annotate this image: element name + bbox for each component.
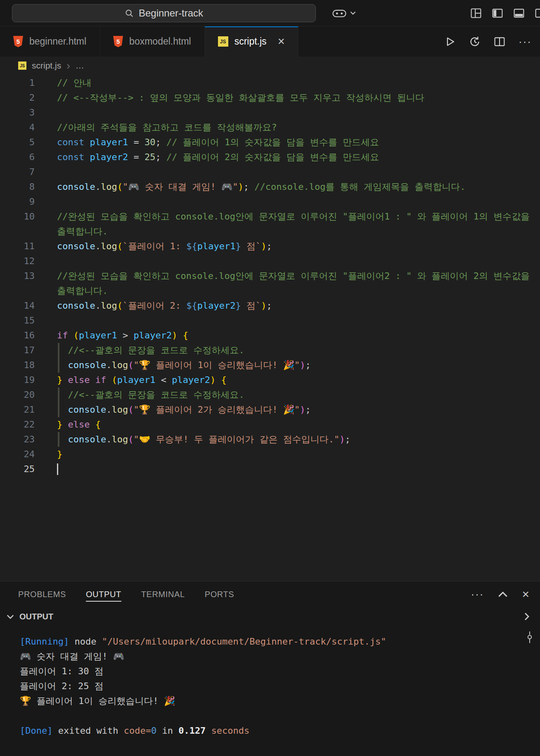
line-number: 19	[0, 373, 35, 387]
code-line-content: } else if (player1 < player2) {	[57, 373, 227, 387]
code-line: 25	[0, 462, 540, 477]
customize-layout-icon[interactable]	[470, 7, 482, 19]
code-token	[62, 419, 68, 430]
code-token: 출력합니다.	[57, 286, 108, 296]
line-number: 8	[0, 180, 35, 194]
code-line: 21 console.log("🏆 플레이어 2가 승리했습니다! 🎉");	[0, 402, 540, 417]
code-token: }	[235, 241, 241, 251]
code-line: 6const player2 = 25; // 플레이어 2의 숫자값을 담을 …	[0, 150, 540, 165]
code-token: ;	[306, 404, 311, 415]
split-editor-icon[interactable]	[494, 36, 505, 47]
tab-beginner-html[interactable]: 5beginner.html	[0, 26, 100, 57]
line-number	[0, 224, 35, 239]
output-line: 플레이어 1: 30 점	[20, 664, 540, 679]
panel-tab-terminal[interactable]: TERMINAL	[141, 581, 185, 607]
panel-close-icon[interactable]: ×	[522, 588, 529, 600]
line-number: 25	[0, 462, 35, 477]
line-number: 9	[0, 194, 35, 209]
line-number: 11	[0, 239, 35, 254]
code-line-content: //완성된 모습을 확인하고 console.log안에 문자열로 이루어진 "…	[57, 209, 530, 224]
output-section-header[interactable]: OUTPUT	[0, 607, 540, 626]
line-number: 20	[0, 387, 35, 402]
code-line-content: }	[57, 447, 62, 462]
panel-tab-ports[interactable]: PORTS	[205, 581, 234, 607]
output-line	[20, 709, 540, 723]
code-token: ${	[186, 241, 197, 251]
line-number: 14	[0, 298, 35, 313]
command-center-search[interactable]: Beginner-track	[12, 4, 316, 22]
code-token: 30	[144, 137, 156, 147]
panel-tab-problems[interactable]: PROBLEMS	[18, 581, 66, 607]
tab-script-js[interactable]: JSscript.js×	[205, 26, 298, 57]
breadcrumb[interactable]: JS script.js › …	[0, 57, 540, 75]
code-token: ;	[266, 241, 272, 251]
output-line: [Running] node "/Users/miloupark/documen…	[20, 634, 540, 649]
code-token: player1	[79, 330, 117, 340]
code-token: 25	[144, 152, 156, 162]
code-line-content: 출력합니다.	[57, 284, 108, 298]
panel-tab-output[interactable]: OUTPUT	[86, 581, 121, 607]
code-line: 7	[0, 165, 540, 180]
output-content[interactable]: [Running] node "/Users/miloupark/documen…	[0, 626, 540, 756]
code-line: 15	[0, 313, 540, 328]
code-token: else if	[68, 375, 112, 385]
code-token: "🎮 숫자 대결 게임! 🎮"	[123, 182, 238, 192]
output-token: 🏆 플레이어 1이 승리했습니다! 🎉	[20, 696, 175, 706]
timeline-history-icon[interactable]	[469, 36, 481, 47]
code-line-content: console.log("🤝 무승부! 두 플레이어가 같은 점수입니다.");	[57, 432, 351, 447]
code-area[interactable]: 1// 안내2// <--작성부--> : 옆의 모양과 동일한 화살괄호를 모…	[0, 75, 540, 581]
code-token: // 안내	[57, 78, 92, 88]
code-token: console	[57, 300, 95, 311]
code-line-content: console.log(`플레이어 2: ${player2} 점`);	[57, 298, 272, 313]
indent-guide	[58, 432, 59, 447]
code-token: .	[95, 241, 101, 251]
chevron-down-icon	[7, 614, 14, 619]
code-token: (	[128, 434, 133, 444]
copilot-menu[interactable]	[332, 8, 356, 18]
output-token: in	[156, 725, 178, 736]
tab-label: beginner.html	[29, 36, 86, 47]
code-line: 출력합니다.	[0, 284, 540, 298]
code-token: .	[95, 300, 101, 311]
code-token: player2	[172, 375, 210, 385]
chevron-right-icon[interactable]	[524, 612, 529, 621]
code-token: console	[68, 360, 107, 370]
code-line-content: } else {	[57, 417, 101, 432]
scroll-lock-icon[interactable]	[525, 631, 534, 649]
more-actions-icon[interactable]: ···	[519, 36, 532, 47]
toggle-secondary-sidebar-icon[interactable]	[534, 7, 540, 19]
html-file-icon: 5	[113, 36, 123, 47]
code-token: console	[68, 404, 107, 415]
code-line: 1// 안내	[0, 76, 540, 90]
code-line-content: console.log(`플레이어 1: ${player1} 점`);	[57, 239, 272, 254]
toggle-panel-icon[interactable]	[513, 7, 525, 19]
code-line-content: console.log("🎮 숫자 대결 게임! 🎮"); //console.…	[57, 180, 466, 194]
code-token: //완성된 모습을 확인하고 console.log안에 문자열로 이루어진 "…	[57, 271, 530, 281]
close-icon[interactable]: ×	[278, 35, 285, 47]
code-line-content: //아래의 주석들을 참고하고 코드를 작성해볼까요?	[57, 120, 277, 135]
code-line: 2// <--작성부--> : 옆의 모양과 동일한 화살괄호를 모두 지우고 …	[0, 90, 540, 105]
tab-boxmodel-html[interactable]: 5boxmodel.html	[100, 26, 205, 57]
breadcrumb-more[interactable]: …	[76, 61, 84, 71]
panel-maximize-icon[interactable]	[498, 591, 508, 598]
chevron-down-icon	[350, 11, 356, 15]
code-line-content: if (player1 > player2) {	[57, 328, 188, 343]
panel-more-icon[interactable]: ···	[471, 589, 484, 600]
code-token: //아래의 주석들을 참고하고 코드를 작성해볼까요?	[57, 122, 277, 132]
code-token: }	[57, 449, 62, 459]
code-token: )	[339, 434, 345, 444]
output-token: 플레이어 1: 30 점	[20, 666, 104, 676]
code-token: ;	[155, 137, 166, 147]
run-button[interactable]	[444, 36, 456, 47]
code-token: const	[57, 152, 90, 162]
breadcrumb-file[interactable]: script.js	[32, 61, 61, 71]
code-token: =	[128, 137, 144, 147]
code-line: 12	[0, 254, 540, 269]
toggle-primary-sidebar-icon[interactable]	[491, 7, 504, 19]
code-token: //<--괄호의 문장을 코드로 수정하세요.	[68, 390, 244, 400]
js-file-icon: JS	[18, 61, 26, 70]
output-section-title: OUTPUT	[19, 612, 53, 621]
code-token: console	[68, 434, 107, 444]
code-token: }	[57, 419, 62, 430]
code-token: log	[111, 404, 128, 415]
